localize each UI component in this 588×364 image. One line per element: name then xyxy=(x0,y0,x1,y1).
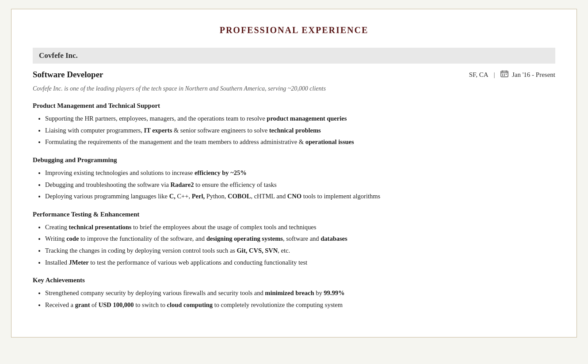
date-range: Jan '16 - Present xyxy=(512,71,555,79)
list-item: Writing code to improve the functionalit… xyxy=(45,233,555,244)
svg-rect-4 xyxy=(502,74,503,75)
list-item: Deploying various programming languages … xyxy=(45,191,555,202)
regular-text: Tracking the changes in coding by deploy… xyxy=(45,247,237,254)
regular-text: Supporting the HR partners, employees, m… xyxy=(45,115,267,122)
regular-text: Liaising with computer programmers, xyxy=(45,127,144,134)
regular-text: Creating xyxy=(45,224,69,231)
regular-text: Debugging and troubleshooting the softwa… xyxy=(45,181,171,188)
list-item: Debugging and troubleshooting the softwa… xyxy=(45,179,555,190)
regular-text: C++, xyxy=(176,193,192,200)
regular-text: Formulating the requirements of the mana… xyxy=(45,138,305,145)
bold-text: efficiency by ~25% xyxy=(195,169,247,176)
list-item: Liaising with computer programmers, IT e… xyxy=(45,125,555,136)
bold-text: COBOL xyxy=(228,193,251,200)
bold-text: JMeter xyxy=(69,259,89,266)
regular-text: Received a xyxy=(45,301,75,308)
bullet-list: Supporting the HR partners, employees, m… xyxy=(33,113,555,148)
list-item: Installed JMeter to test the performance… xyxy=(45,257,555,268)
bold-text: minimized breach xyxy=(265,289,314,296)
regular-text: tools to implement algorithms xyxy=(302,193,380,200)
regular-text: , etc. xyxy=(278,247,290,254)
svg-rect-6 xyxy=(506,74,507,75)
list-item: Supporting the HR partners, employees, m… xyxy=(45,113,555,124)
calendar-icon xyxy=(500,70,508,79)
regular-text: , cHTML and xyxy=(251,193,287,200)
svg-rect-5 xyxy=(504,74,505,75)
company-name: Covfefe Inc. xyxy=(39,51,78,60)
regular-text: , software and xyxy=(283,235,321,242)
subsection-title: Key Achievements xyxy=(33,277,555,284)
bold-text: technical problems xyxy=(269,127,321,134)
regular-text: Improving existing technologies and solu… xyxy=(45,169,195,176)
separator: | xyxy=(494,71,495,79)
subsection: Product Management and Technical Support… xyxy=(33,102,555,148)
job-description: Covfefe Inc. is one of the leading playe… xyxy=(33,84,555,93)
section-title: PROFESSIONAL EXPERIENCE xyxy=(33,25,555,35)
svg-rect-7 xyxy=(502,75,503,76)
bold-text: product management queries xyxy=(267,115,347,122)
subsection-title: Product Management and Technical Support xyxy=(33,102,555,110)
bullet-list: Improving existing technologies and solu… xyxy=(33,167,555,202)
bold-text: designing operating systems xyxy=(206,235,283,242)
bold-text: cloud computing xyxy=(167,301,213,308)
job-title: Software Developer xyxy=(33,70,103,80)
regular-text: Deploying various programming languages … xyxy=(45,193,169,200)
regular-text: Installed xyxy=(45,259,69,266)
subsection: Performance Testing & EnhancementCreatin… xyxy=(33,211,555,268)
bullet-list: Strengthened company security by deployi… xyxy=(33,288,555,310)
subsection: Key AchievementsStrengthened company sec… xyxy=(33,277,555,310)
regular-text: to test the performance of various web a… xyxy=(89,259,307,266)
bold-text: code xyxy=(66,235,79,242)
subsection-title: Performance Testing & Enhancement xyxy=(33,211,555,218)
subsection-title: Debugging and Programming xyxy=(33,156,555,164)
bold-text: Perl, xyxy=(192,193,205,200)
list-item: Strengthened company security by deployi… xyxy=(45,288,555,299)
svg-rect-8 xyxy=(504,75,505,76)
regular-text: Strengthened company security by deployi… xyxy=(45,289,265,296)
list-item: Creating technical presentations to brie… xyxy=(45,222,555,233)
bold-text: Radare2 xyxy=(171,181,194,188)
regular-text: to completely revolutionize the computin… xyxy=(213,301,343,308)
company-header: Covfefe Inc. xyxy=(33,48,555,64)
bold-text: USD 100,000 xyxy=(99,301,134,308)
list-item: Tracking the changes in coding by deploy… xyxy=(45,245,555,256)
bullet-list: Creating technical presentations to brie… xyxy=(33,222,555,268)
regular-text: to brief the employees about the usage o… xyxy=(131,224,316,231)
bold-text: grant xyxy=(75,301,90,308)
bold-text: technical presentations xyxy=(69,224,132,231)
regular-text: to improve the functionality of the soft… xyxy=(79,235,206,242)
bold-text: 99.99% xyxy=(324,289,344,296)
bold-text: databases xyxy=(321,235,347,242)
subsection: Debugging and ProgrammingImproving exist… xyxy=(33,156,555,202)
list-item: Received a grant of USD 100,000 to switc… xyxy=(45,300,555,311)
regular-text: to switch to xyxy=(134,301,167,308)
regular-text: to ensure the efficiency of tasks xyxy=(194,181,276,188)
job-meta: SF, CA | Jan '16 - Present xyxy=(469,70,555,79)
bold-text: C, xyxy=(169,193,176,200)
bold-text: operational issues xyxy=(305,138,354,145)
bold-text: Git, CVS, SVN xyxy=(237,247,278,254)
job-title-row: Software Developer SF, CA | Jan '16 - Pr… xyxy=(33,70,555,80)
regular-text: by xyxy=(314,289,324,296)
subsections-container: Product Management and Technical Support… xyxy=(33,102,555,311)
resume-container: PROFESSIONAL EXPERIENCE Covfefe Inc. Sof… xyxy=(11,9,577,337)
list-item: Formulating the requirements of the mana… xyxy=(45,136,555,148)
regular-text: Python, xyxy=(205,193,228,200)
regular-text: Writing xyxy=(45,235,66,242)
regular-text: of xyxy=(90,301,98,308)
list-item: Improving existing technologies and solu… xyxy=(45,167,555,178)
location: SF, CA xyxy=(469,71,489,79)
bold-text: IT experts xyxy=(144,127,172,134)
regular-text: & senior software engineers to solve xyxy=(172,127,269,134)
bold-text: CNO xyxy=(287,193,302,200)
